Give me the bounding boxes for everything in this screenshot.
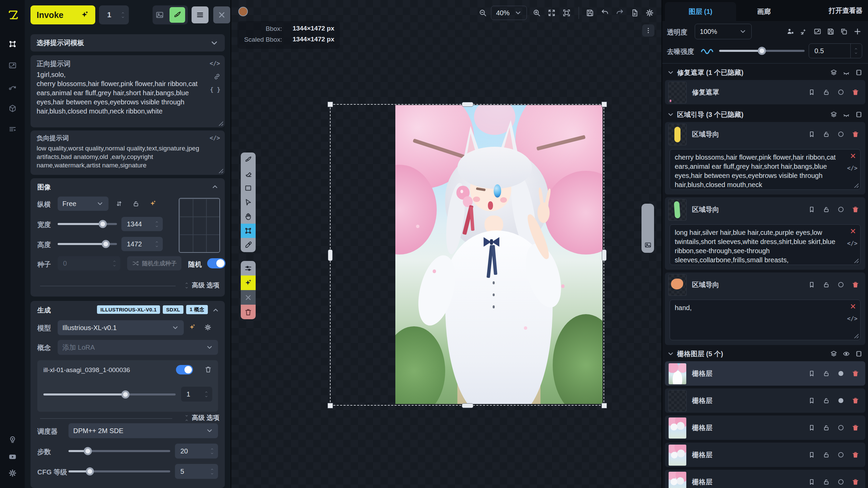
save-canvas-icon[interactable] xyxy=(586,8,594,17)
denoise-slider-knob[interactable] xyxy=(758,47,766,55)
lora-weight-knob[interactable] xyxy=(121,390,130,399)
delete-layer-icon[interactable] xyxy=(852,206,859,213)
bbox-handle-nw[interactable] xyxy=(328,102,333,107)
bookmark-icon[interactable] xyxy=(808,370,815,377)
cfg-slider[interactable] xyxy=(68,467,170,476)
bbox-handle-w[interactable] xyxy=(328,249,333,261)
remove-prompt-x-icon[interactable]: ✕ xyxy=(850,302,856,311)
delete-layer-icon[interactable] xyxy=(852,88,859,96)
cfg-slider-knob[interactable] xyxy=(86,467,94,475)
denoise-slider[interactable] xyxy=(719,46,805,55)
prompt-template-selector[interactable]: 选择提示词模板 xyxy=(31,34,225,52)
lora-weight-slider[interactable] xyxy=(43,390,176,399)
delete-layer-icon[interactable] xyxy=(852,370,859,377)
fit-bbox-icon[interactable] xyxy=(562,8,571,17)
bbox-handle-e[interactable] xyxy=(602,249,607,261)
tool-rectangle[interactable] xyxy=(241,181,256,195)
tool-eyedropper[interactable] xyxy=(241,238,256,252)
layers-stack-icon[interactable] xyxy=(830,111,837,118)
bookmark-icon[interactable] xyxy=(808,424,815,431)
eye-open-icon[interactable] xyxy=(843,350,850,358)
tool-pan-hand[interactable] xyxy=(241,209,256,224)
seed-input[interactable]: 0 xyxy=(58,256,120,270)
visibility-circle-icon[interactable] xyxy=(837,370,845,377)
layer-row-regional-2[interactable]: 区域导向 long hair,silver hair,blue hair,cut… xyxy=(665,197,865,270)
bookmark-icon[interactable] xyxy=(808,478,815,486)
canvas-settings-gear-icon[interactable] xyxy=(645,8,654,17)
bookmark-icon[interactable] xyxy=(808,206,815,213)
duplicate-layer-icon[interactable] xyxy=(840,27,848,36)
bookmark-icon[interactable] xyxy=(808,397,815,404)
optimize-size-sparkle-icon[interactable] xyxy=(149,200,157,207)
tool-delete[interactable] xyxy=(241,305,256,319)
brush-mode-button[interactable] xyxy=(170,7,185,23)
resize-handle[interactable] xyxy=(853,182,859,188)
cancel-button[interactable] xyxy=(213,6,230,23)
lock-icon[interactable] xyxy=(823,206,830,213)
height-input[interactable]: 1472 xyxy=(121,237,163,251)
lock-icon[interactable] xyxy=(823,281,830,288)
gallery-mode-icon[interactable] xyxy=(155,11,164,19)
embedding-code-icon[interactable]: </> xyxy=(210,135,220,141)
color-swatch[interactable] xyxy=(238,7,248,16)
invoke-button[interactable]: Invoke xyxy=(31,5,95,24)
cfg-input[interactable]: 5 xyxy=(175,464,218,479)
bbox-handle-sw[interactable] xyxy=(328,403,333,408)
opacity-select[interactable]: 100% xyxy=(695,24,752,39)
redo-icon[interactable] xyxy=(615,8,624,17)
tool-eraser[interactable] xyxy=(241,167,256,181)
lock-icon[interactable] xyxy=(823,397,830,404)
height-slider[interactable] xyxy=(58,240,117,248)
canvas-frame-icon[interactable] xyxy=(855,350,863,358)
braces-icon[interactable]: { } xyxy=(210,86,220,93)
swap-dimensions-icon[interactable] xyxy=(115,200,123,207)
delete-layer-icon[interactable] xyxy=(852,281,859,288)
viewer-handle-pill[interactable] xyxy=(642,204,654,253)
positive-prompt-input[interactable]: 1girl,solo, cherry blossoms,hair flower,… xyxy=(37,70,205,116)
settings-gear-icon[interactable] xyxy=(8,469,17,477)
resize-handle[interactable] xyxy=(853,258,859,263)
remove-prompt-x-icon[interactable]: ✕ xyxy=(850,227,856,236)
delete-layer-icon[interactable] xyxy=(852,397,859,404)
section-regional-guidance[interactable]: 区域引导 (3 个已隐藏) xyxy=(662,108,868,121)
section-inpaint-mask[interactable]: 修复遮罩 (1 个已隐藏) xyxy=(662,66,868,79)
regional-prompt-input-2[interactable]: long hair,silver hair,blue hair,cute,pur… xyxy=(670,224,861,265)
visibility-circle-icon[interactable] xyxy=(837,281,845,288)
visibility-circle-icon[interactable] xyxy=(837,451,845,459)
filter-wand-icon[interactable] xyxy=(800,27,808,36)
steps-input[interactable]: 20 xyxy=(175,444,218,459)
tool-invoke-sparkle[interactable] xyxy=(241,276,256,290)
random-seed-toggle[interactable] xyxy=(207,258,225,268)
eye-closed-icon[interactable] xyxy=(843,111,850,118)
collapse-chevron-icon[interactable] xyxy=(211,183,219,190)
visibility-circle-icon[interactable] xyxy=(837,130,845,138)
lock-aspect-icon[interactable] xyxy=(132,200,140,207)
tool-select[interactable] xyxy=(241,195,256,209)
fit-to-screen-icon[interactable] xyxy=(547,8,556,17)
denoise-input[interactable]: 0.5 xyxy=(809,43,862,58)
width-input[interactable]: 1344 xyxy=(121,217,163,231)
model-sparkle-icon[interactable] xyxy=(189,324,196,331)
visibility-circle-icon[interactable] xyxy=(837,206,845,213)
tab-gallery[interactable]: 画廊 xyxy=(744,2,784,21)
bookmark-icon[interactable] xyxy=(808,88,815,96)
embedding-code-icon[interactable]: </> xyxy=(847,314,857,323)
layers-stack-icon[interactable] xyxy=(830,350,837,358)
width-slider[interactable] xyxy=(58,220,117,228)
nav-canvas-icon[interactable] xyxy=(8,40,17,48)
visibility-circle-icon[interactable] xyxy=(837,397,845,404)
zoom-in-icon[interactable] xyxy=(532,8,541,17)
eye-closed-icon[interactable] xyxy=(843,69,850,76)
merge-visible-icon[interactable] xyxy=(786,27,794,36)
steps-slider-knob[interactable] xyxy=(84,447,92,455)
randomize-seed-button[interactable]: 随机生成种子 xyxy=(127,256,181,270)
tool-bbox-active[interactable] xyxy=(241,224,256,238)
lora-trash-icon[interactable] xyxy=(204,366,212,373)
layer-row-raster-2[interactable]: 栅格层 xyxy=(665,388,865,413)
add-layer-icon[interactable] xyxy=(853,27,862,36)
zoom-level-select[interactable]: 40% xyxy=(491,6,527,20)
nav-workflows-icon[interactable] xyxy=(8,83,17,92)
lock-icon[interactable] xyxy=(823,424,830,431)
layer-row-regional-3[interactable]: 区域导向 hand, ✕ </> xyxy=(665,272,865,345)
bbox-handle-ne[interactable] xyxy=(601,102,607,107)
